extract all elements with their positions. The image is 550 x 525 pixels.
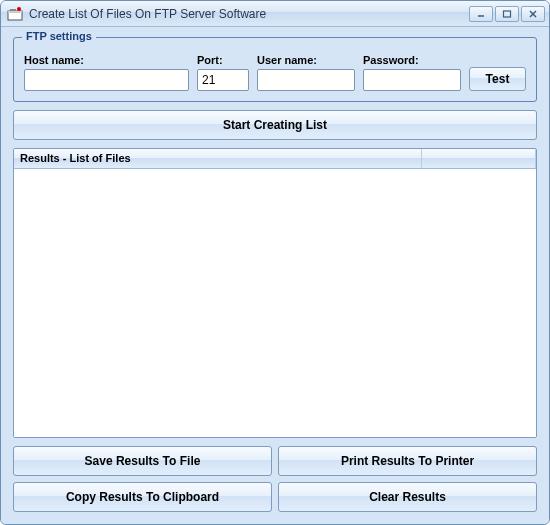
window-title: Create List Of Files On FTP Server Softw… (29, 7, 469, 21)
host-input[interactable] (24, 69, 189, 91)
ftp-settings-legend: FTP settings (22, 30, 96, 42)
minimize-button[interactable] (469, 6, 493, 22)
print-results-button[interactable]: Print Results To Printer (278, 446, 537, 476)
svg-rect-1 (8, 11, 22, 13)
host-field-wrap: Host name: (24, 54, 189, 91)
user-field-wrap: User name: (257, 54, 355, 91)
results-header: Results - List of Files (14, 149, 536, 169)
port-label: Port: (197, 54, 249, 66)
titlebar: Create List Of Files On FTP Server Softw… (1, 1, 549, 27)
user-input[interactable] (257, 69, 355, 91)
host-label: Host name: (24, 54, 189, 66)
app-icon (7, 6, 23, 22)
maximize-button[interactable] (495, 6, 519, 22)
start-creating-list-button[interactable]: Start Creating List (13, 110, 537, 140)
results-list: Results - List of Files (13, 148, 537, 438)
port-input[interactable] (197, 69, 249, 91)
svg-rect-4 (504, 11, 511, 17)
save-results-button[interactable]: Save Results To File (13, 446, 272, 476)
app-window: Create List Of Files On FTP Server Softw… (0, 0, 550, 525)
user-label: User name: (257, 54, 355, 66)
results-body[interactable] (14, 169, 536, 437)
copy-results-button[interactable]: Copy Results To Clipboard (13, 482, 272, 512)
port-field-wrap: Port: (197, 54, 249, 91)
password-input[interactable] (363, 69, 461, 91)
close-button[interactable] (521, 6, 545, 22)
results-header-col-spacer (422, 149, 536, 168)
clear-results-button[interactable]: Clear Results (278, 482, 537, 512)
ftp-settings-group: FTP settings Host name: Port: User name:… (13, 37, 537, 102)
password-label: Password: (363, 54, 461, 66)
results-header-col[interactable]: Results - List of Files (14, 149, 422, 168)
client-area: FTP settings Host name: Port: User name:… (1, 27, 549, 524)
bottom-buttons: Save Results To File Print Results To Pr… (13, 446, 537, 512)
window-controls (469, 6, 545, 22)
svg-point-2 (17, 7, 21, 11)
password-field-wrap: Password: (363, 54, 461, 91)
test-button[interactable]: Test (469, 67, 526, 91)
